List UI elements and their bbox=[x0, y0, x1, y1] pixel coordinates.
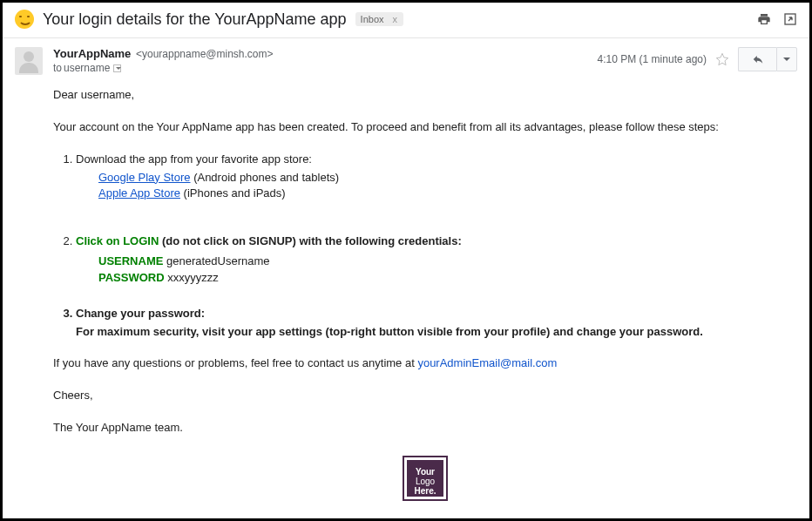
from-email: <yourappname@minsh.com> bbox=[136, 48, 274, 60]
smile-emoji-icon bbox=[15, 10, 34, 29]
open-new-window-icon[interactable] bbox=[783, 12, 797, 26]
password-value: xxxyyyzzz bbox=[165, 271, 219, 284]
company-logo: Your Logo Here. bbox=[404, 457, 446, 499]
remove-label-icon[interactable]: x bbox=[389, 14, 402, 24]
star-icon[interactable] bbox=[715, 52, 729, 66]
greeting: Dear username, bbox=[53, 87, 797, 104]
cheers: Cheers, bbox=[53, 388, 797, 404]
inbox-label-chip[interactable]: Inbox x bbox=[355, 12, 403, 26]
password-label: PASSWORD bbox=[98, 271, 165, 284]
username-label: USERNAME bbox=[98, 254, 163, 267]
to-prefix: to bbox=[53, 62, 62, 74]
contact-paragraph: If you have any questions or problems, f… bbox=[53, 355, 797, 372]
admin-email-link[interactable]: yourAdminEmail@mail.com bbox=[417, 356, 557, 369]
email-body: Dear username, Your account on the Your … bbox=[3, 75, 809, 508]
to-recipient: username bbox=[64, 62, 110, 74]
google-play-link[interactable]: Google Play Store bbox=[98, 171, 191, 184]
from-block: YourAppName <yourappname@minsh.com> to u… bbox=[53, 47, 274, 74]
apple-appstore-link[interactable]: Apple App Store bbox=[98, 186, 180, 200]
step-2: Click on LOGIN (do not click on SIGNUP) … bbox=[76, 233, 797, 287]
meta-right: 4:10 PM (1 minute ago) bbox=[598, 47, 797, 71]
show-details-dropdown-icon[interactable] bbox=[113, 64, 121, 72]
email-subject: Your login details for the YourAppName a… bbox=[43, 10, 347, 29]
header-actions bbox=[757, 12, 797, 26]
steps-list: Download the app from your favorite app … bbox=[53, 152, 797, 341]
username-value: generatedUsername bbox=[163, 254, 269, 267]
chevron-down-icon bbox=[783, 58, 790, 61]
reply-icon bbox=[750, 53, 766, 65]
inbox-label-text: Inbox bbox=[361, 14, 384, 24]
intro-paragraph: Your account on the Your AppName app has… bbox=[53, 119, 797, 136]
subject-bar: Your login details for the YourAppName a… bbox=[3, 3, 809, 38]
from-name: YourAppName bbox=[53, 47, 131, 60]
print-icon[interactable] bbox=[757, 12, 771, 26]
email-view: Your login details for the YourAppName a… bbox=[0, 0, 812, 521]
reply-button[interactable] bbox=[738, 47, 776, 71]
to-line[interactable]: to username bbox=[53, 62, 274, 74]
signoff: The Your AppName team. bbox=[53, 420, 797, 436]
timestamp: 4:10 PM (1 minute ago) bbox=[598, 53, 707, 65]
more-actions-button[interactable] bbox=[776, 47, 797, 71]
logo-container: Your Logo Here. bbox=[53, 452, 797, 508]
sender-avatar bbox=[15, 47, 43, 75]
sender-meta-row: YourAppName <yourappname@minsh.com> to u… bbox=[3, 38, 809, 75]
step-1: Download the app from your favorite app … bbox=[76, 152, 797, 203]
step-3: Change your password: For maximum securi… bbox=[76, 306, 797, 341]
